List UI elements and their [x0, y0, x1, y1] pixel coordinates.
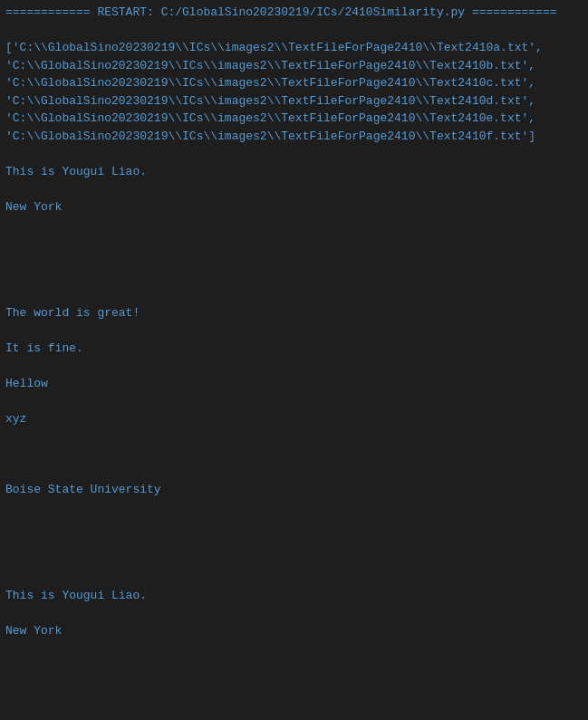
- terminal-line: Hellow: [5, 375, 583, 393]
- terminal-line: This is Yougui Liao.: [5, 587, 583, 605]
- terminal-line: Boise State University: [5, 481, 583, 499]
- terminal-line: [5, 269, 583, 287]
- terminal-line: [5, 552, 583, 570]
- terminal-line: [5, 446, 583, 464]
- terminal-line: xyz: [5, 410, 583, 428]
- terminal-line: ['C:\\GlobalSino20230219\\ICs\\images2\\…: [5, 39, 583, 145]
- terminal-line: [5, 658, 583, 676]
- terminal-line: [5, 234, 583, 252]
- terminal-line: New York: [5, 622, 583, 640]
- terminal-line: New York: [5, 198, 583, 216]
- terminal-line: [5, 516, 583, 534]
- terminal-line: This is Yougui Liao.: [5, 163, 583, 181]
- terminal-line: ============ RESTART: C:/GlobalSino20230…: [5, 4, 583, 22]
- terminal-line: It is fine.: [5, 340, 583, 358]
- terminal-output: ============ RESTART: C:/GlobalSino20230…: [5, 4, 583, 720]
- terminal-line: The world is great!: [5, 304, 583, 322]
- terminal-line: [5, 693, 583, 711]
